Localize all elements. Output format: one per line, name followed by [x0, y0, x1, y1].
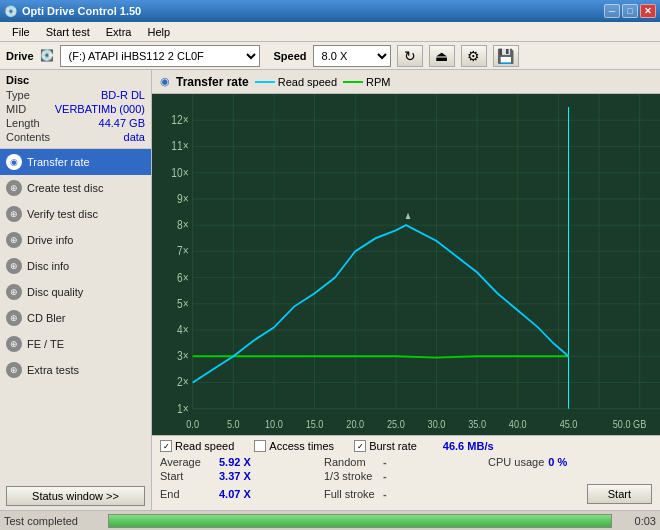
nav-cd-bler[interactable]: ⊕ CD Bler: [0, 305, 151, 331]
statusbar: Test completed 0:03: [0, 510, 660, 530]
checkbox-read-speed[interactable]: Read speed: [160, 440, 234, 452]
content-header: ◉ Transfer rate Read speed RPM: [152, 70, 660, 94]
menu-file[interactable]: File: [4, 24, 38, 40]
nav-label-verify-test-disc: Verify test disc: [27, 208, 98, 220]
menu-extra[interactable]: Extra: [98, 24, 140, 40]
status-window-button[interactable]: Status window >>: [6, 486, 145, 506]
speed-label: Speed: [274, 50, 307, 62]
stats-average-key: Average: [160, 456, 215, 468]
close-button[interactable]: ✕: [640, 4, 656, 18]
svg-text:1×: 1×: [177, 400, 189, 415]
menu-help[interactable]: Help: [139, 24, 178, 40]
status-time: 0:03: [616, 515, 656, 527]
svg-rect-0: [152, 94, 660, 435]
nav-disc-info[interactable]: ⊕ Disc info: [0, 253, 151, 279]
legend-color-rpm: [343, 81, 363, 83]
legend-rpm: RPM: [343, 76, 390, 88]
nav-create-test-disc[interactable]: ⊕ Create test disc: [0, 175, 151, 201]
progress-bar-fill: [109, 515, 611, 527]
svg-text:25.0: 25.0: [387, 417, 405, 430]
chk-label-access-times: Access times: [269, 440, 334, 452]
refresh-button[interactable]: ↻: [397, 45, 423, 67]
stats-start-key: Start: [160, 470, 215, 482]
nav-icon-create-test-disc: ⊕: [6, 180, 22, 196]
svg-text:▲: ▲: [404, 210, 412, 221]
svg-text:3×: 3×: [177, 348, 189, 363]
disc-mid-key: MID: [6, 103, 26, 115]
start-test-button[interactable]: Start: [587, 484, 652, 504]
nav-extra-tests[interactable]: ⊕ Extra tests: [0, 357, 151, 383]
stats-fullstroke-val: -: [383, 488, 433, 500]
sidebar: Disc Type BD-R DL MID VERBATIMb (000) Le…: [0, 70, 152, 510]
stats-onethird-val: -: [383, 470, 433, 482]
stats-start-btn-cell: Start: [488, 484, 652, 504]
stats-row-2: Start 3.37 X 1/3 stroke -: [160, 470, 652, 482]
stats-onethird: 1/3 stroke -: [324, 470, 488, 482]
nav-icon-fe-te: ⊕: [6, 336, 22, 352]
nav-disc-quality[interactable]: ⊕ Disc quality: [0, 279, 151, 305]
svg-text:11×: 11×: [171, 138, 188, 153]
nav-icon-extra-tests: ⊕: [6, 362, 22, 378]
disc-row-type: Type BD-R DL: [6, 88, 145, 102]
stats-row-3: End 4.07 X Full stroke - Start: [160, 484, 652, 504]
stats-random-val: -: [383, 456, 433, 468]
maximize-button[interactable]: □: [622, 4, 638, 18]
legend-label-rpm: RPM: [366, 76, 390, 88]
chk-access-times[interactable]: [254, 440, 266, 452]
eject-button[interactable]: ⏏: [429, 45, 455, 67]
main-layout: Disc Type BD-R DL MID VERBATIMb (000) Le…: [0, 70, 660, 510]
stats-fullstroke-key: Full stroke: [324, 488, 379, 500]
nav-label-extra-tests: Extra tests: [27, 364, 79, 376]
settings-button[interactable]: ⚙: [461, 45, 487, 67]
svg-text:50.0 GB: 50.0 GB: [613, 417, 647, 430]
svg-text:6×: 6×: [177, 269, 189, 284]
stats-cpu-key: CPU usage: [488, 456, 544, 468]
minimize-button[interactable]: ─: [604, 4, 620, 18]
svg-text:45.0: 45.0: [560, 417, 578, 430]
svg-text:2×: 2×: [177, 374, 189, 389]
disc-type-key: Type: [6, 89, 30, 101]
nav-fe-te[interactable]: ⊕ FE / TE: [0, 331, 151, 357]
menu-starttest[interactable]: Start test: [38, 24, 98, 40]
disc-row-contents: Contents data: [6, 130, 145, 144]
nav-icon-verify-test-disc: ⊕: [6, 206, 22, 222]
nav-drive-info[interactable]: ⊕ Drive info: [0, 227, 151, 253]
nav-verify-test-disc[interactable]: ⊕ Verify test disc: [0, 201, 151, 227]
drivebar: Drive 💽 (F:) ATAPI iHBS112 2 CL0F Speed …: [0, 42, 660, 70]
nav-icon-cd-bler: ⊕: [6, 310, 22, 326]
drive-icon: 💽: [40, 49, 54, 62]
svg-text:5.0: 5.0: [227, 417, 240, 430]
svg-text:7×: 7×: [177, 243, 189, 258]
nav-icon-transfer-rate: ◉: [6, 154, 22, 170]
nav-label-transfer-rate: Transfer rate: [27, 156, 90, 168]
checkbox-access-times[interactable]: Access times: [254, 440, 334, 452]
save-button[interactable]: 💾: [493, 45, 519, 67]
svg-text:20.0: 20.0: [346, 417, 364, 430]
drive-select[interactable]: (F:) ATAPI iHBS112 2 CL0F: [60, 45, 260, 67]
chk-burst-rate[interactable]: [354, 440, 366, 452]
disc-contents-key: Contents: [6, 131, 50, 143]
nav-transfer-rate[interactable]: ◉ Transfer rate: [0, 149, 151, 175]
svg-text:10.0: 10.0: [265, 417, 283, 430]
chk-label-read-speed: Read speed: [175, 440, 234, 452]
chk-read-speed[interactable]: [160, 440, 172, 452]
nav-label-create-test-disc: Create test disc: [27, 182, 103, 194]
nav-icon-drive-info: ⊕: [6, 232, 22, 248]
stats-cpu: CPU usage 0 %: [488, 456, 652, 468]
chart-area: 12× 11× 10× 9× 8× 7× 6× 5× 4× 3× 2× 1× 0…: [152, 94, 660, 435]
speed-select[interactable]: 8.0 X Maximum 2.0 X 4.0 X: [313, 45, 391, 67]
disc-section-title: Disc: [6, 74, 145, 86]
app-title: Opti Drive Control 1.50: [22, 5, 141, 17]
disc-length-key: Length: [6, 117, 40, 129]
svg-text:35.0: 35.0: [468, 417, 486, 430]
progress-bar-container: [108, 514, 612, 528]
disc-length-val: 44.47 GB: [99, 117, 145, 129]
nav-label-fe-te: FE / TE: [27, 338, 64, 350]
checkbox-burst-rate[interactable]: Burst rate: [354, 440, 417, 452]
stats-start: Start 3.37 X: [160, 470, 324, 482]
stats-average-val: 5.92 X: [219, 456, 269, 468]
nav-label-cd-bler: CD Bler: [27, 312, 66, 324]
chk-label-burst-rate: Burst rate: [369, 440, 417, 452]
content-header-icon: ◉: [160, 75, 170, 88]
stats-random-key: Random: [324, 456, 379, 468]
